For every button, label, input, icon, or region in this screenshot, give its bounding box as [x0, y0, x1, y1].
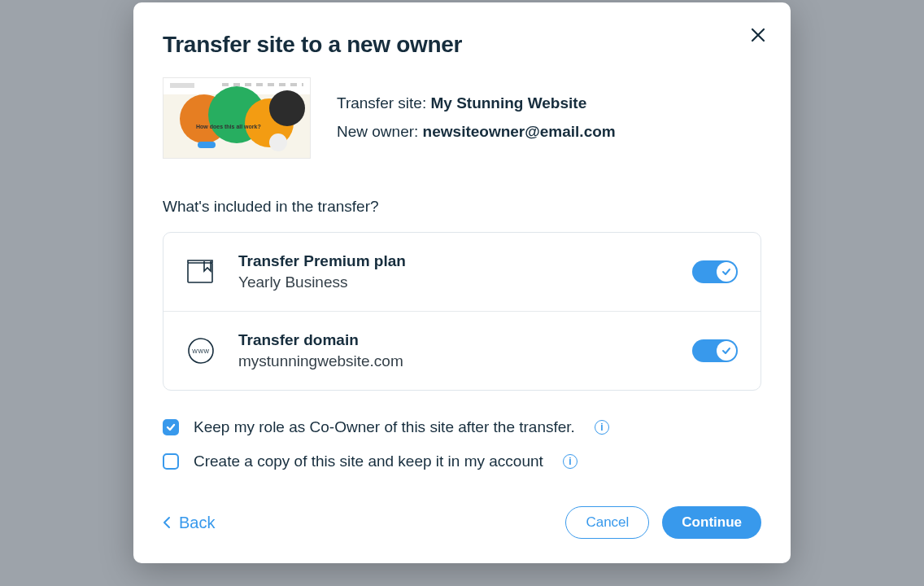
chevron-left-icon [163, 516, 171, 529]
transfer-item-domain: WWW Transfer domain mystunningwebsite.co… [163, 311, 761, 390]
new-owner-line: New owner: newsiteowner@email.com [337, 121, 616, 143]
site-summary: How does this all work? Transfer site: M… [163, 77, 761, 159]
modal-footer: Back Cancel Continue [163, 506, 761, 539]
transfer-site-label: Transfer site: [337, 94, 430, 112]
svg-rect-0 [188, 263, 212, 282]
plan-subtitle: Yearly Business [238, 273, 669, 291]
check-icon [166, 422, 176, 432]
info-icon[interactable]: i [595, 420, 609, 435]
toggle-knob [717, 341, 736, 361]
back-button[interactable]: Back [163, 514, 215, 532]
transfer-items-card: Transfer Premium plan Yearly Business WW… [163, 232, 761, 391]
toggle-knob [717, 262, 736, 282]
create-copy-label: Create a copy of this site and keep it i… [194, 453, 543, 470]
cancel-button[interactable]: Cancel [565, 506, 649, 539]
continue-button[interactable]: Continue [662, 506, 761, 539]
keep-role-label: Keep my role as Co-Owner of this site af… [194, 418, 575, 436]
modal-title: Transfer site to a new owner [163, 32, 761, 58]
domain-title: Transfer domain [238, 331, 669, 349]
transfer-site-modal: Transfer site to a new owner How does th… [133, 2, 791, 563]
domain-icon: WWW [186, 336, 216, 365]
check-icon [721, 346, 731, 356]
close-icon [751, 28, 765, 42]
domain-subtitle: mystunningwebsite.com [238, 352, 669, 370]
info-icon[interactable]: i [563, 454, 578, 469]
site-thumbnail: How does this all work? [163, 77, 311, 159]
plan-title: Transfer Premium plan [238, 252, 669, 270]
option-keep-role: Keep my role as Co-Owner of this site af… [163, 418, 761, 436]
included-label: What's included in the transfer? [163, 198, 761, 216]
plan-toggle[interactable] [692, 260, 738, 283]
option-create-copy: Create a copy of this site and keep it i… [163, 453, 761, 470]
options-list: Keep my role as Co-Owner of this site af… [163, 418, 761, 470]
transfer-item-plan: Transfer Premium plan Yearly Business [163, 233, 761, 311]
domain-toggle[interactable] [692, 339, 738, 362]
thumbnail-caption: How does this all work? [196, 124, 261, 129]
new-owner-email: newsiteowner@email.com [423, 123, 616, 140]
transfer-site-name: My Stunning Website [430, 94, 586, 112]
check-icon [721, 267, 731, 277]
new-owner-label: New owner: [337, 123, 423, 140]
svg-text:WWW: WWW [192, 348, 209, 354]
keep-role-checkbox[interactable] [163, 419, 179, 435]
plan-icon [186, 257, 216, 286]
back-label: Back [179, 514, 215, 532]
close-button[interactable] [747, 24, 769, 46]
create-copy-checkbox[interactable] [163, 453, 179, 470]
transfer-site-line: Transfer site: My Stunning Website [337, 93, 616, 115]
